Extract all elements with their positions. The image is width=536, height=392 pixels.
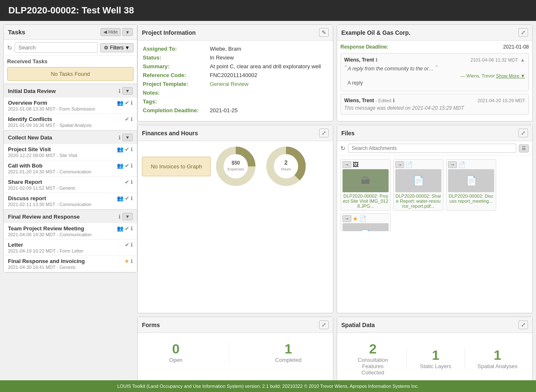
search-input[interactable] bbox=[15, 42, 98, 53]
task-group-expand-final[interactable]: ▼ bbox=[122, 213, 133, 220]
task-group-header-initial[interactable]: Initial Data Review ℹ ▼ bbox=[4, 84, 137, 98]
finances-title: Finances and Hours bbox=[142, 130, 198, 137]
task-name: Discuss report bbox=[8, 195, 133, 201]
project-info-header: Project Information ✎ bbox=[138, 25, 333, 41]
file-card: → 🖼 🏔 DLP2020-00002: Project Site Visit … bbox=[340, 159, 391, 211]
task-item: ✔ ℹ Identify Conflicts 2021-01-09 16:36 … bbox=[4, 114, 137, 130]
received-tasks-section: Received Tasks No Tasks Found bbox=[4, 56, 137, 84]
forms-panel: Forms ⤢ 0 Open 1 Completed bbox=[137, 317, 333, 384]
users-icon: 👥 bbox=[117, 225, 124, 232]
svg-text:Expenses: Expenses bbox=[227, 167, 244, 171]
check-icon: ✔ bbox=[125, 195, 129, 201]
company-meta: Response Deadline: 2021-01-08 bbox=[340, 44, 529, 50]
file-thumbnail: 📄 bbox=[448, 169, 494, 192]
file-card: → ★ 📄 📄 DLP2020-00002: bbox=[340, 213, 391, 231]
info-row-reference: Reference Code: FNC202011140002 bbox=[143, 72, 328, 78]
files-expand-button[interactable]: ⤢ bbox=[518, 129, 528, 137]
task-group-title-initial: Initial Data Review bbox=[8, 88, 56, 94]
forms-completed-label: Completed bbox=[275, 357, 302, 363]
info-row-deadline: Completion Deadline: 2021-01-25 bbox=[143, 107, 328, 113]
info-icon[interactable]: ℹ bbox=[119, 134, 121, 141]
files-refresh-button[interactable]: ↻ bbox=[340, 145, 345, 152]
info-icon[interactable]: ℹ bbox=[119, 88, 121, 94]
forms-content: 0 Open 1 Completed bbox=[138, 333, 333, 371]
task-group-header-collect[interactable]: Collect New Data ℹ ▼ bbox=[4, 131, 137, 144]
company-expand-button[interactable]: ⤢ bbox=[518, 28, 528, 37]
filters-button[interactable]: ⚙ Filters ▼ bbox=[100, 43, 134, 52]
file-card: → 📄 📄 DLP2020-00002: Discuss report_meet… bbox=[446, 159, 496, 211]
finances-content: No Invoices to Graph $50 Expenses bbox=[138, 141, 333, 191]
comment-box-1: Wiens, Trent ℹ 2101-04-06 11:32 MDT ▲ " … bbox=[340, 53, 529, 91]
svg-text:2: 2 bbox=[284, 159, 288, 166]
file-action-button[interactable]: → bbox=[343, 161, 351, 168]
analyses-count: 1 bbox=[477, 348, 517, 363]
project-info-edit-button[interactable]: ✎ bbox=[319, 28, 329, 37]
info-icon[interactable]: ℹ bbox=[119, 214, 121, 220]
tasks-header-actions: ◀ Hide ▼ bbox=[100, 28, 133, 36]
task-item: 👥 ✔ ℹ Call with Bob 2021-01-20 14:30 MST… bbox=[4, 160, 137, 177]
file-action-button[interactable]: → bbox=[343, 215, 351, 222]
refresh-button[interactable]: ↻ bbox=[7, 44, 12, 51]
tasks-dropdown-button[interactable]: ▼ bbox=[122, 28, 133, 36]
file-card: → 📄 📄 DLP2020-00002: Share Report: water… bbox=[393, 159, 443, 211]
finances-expand-button[interactable]: ⤢ bbox=[319, 129, 329, 137]
spatial-title: Spatial Data bbox=[341, 322, 375, 328]
check-icon: ✔ bbox=[125, 162, 129, 169]
forms-expand-button[interactable]: ⤢ bbox=[319, 320, 329, 329]
check-icon: ✔ bbox=[125, 146, 129, 152]
task-group-title-collect: Collect New Data bbox=[8, 134, 52, 141]
task-name: Team Project Review Meeting bbox=[8, 225, 133, 232]
comment-box-deleted: Wiens, Trent - Edited ℹ 2021-04-20 15:29… bbox=[340, 94, 529, 115]
task-meta: 2021-04-19 10:22 MDT - Form Letter bbox=[8, 248, 133, 253]
show-more-link[interactable]: Show More ▼ bbox=[496, 73, 525, 78]
spatial-expand-button[interactable]: ⤢ bbox=[518, 320, 528, 329]
task-name: Overview Form bbox=[8, 100, 133, 106]
task-group-header-final[interactable]: Final Review and Response ℹ ▼ bbox=[4, 210, 137, 223]
task-meta: 2020-12-22 09:00 MST - Site Visit bbox=[8, 153, 133, 158]
task-group-collect-new-data: Collect New Data ℹ ▼ 👥 ✔ ℹ Project Site … bbox=[4, 130, 137, 209]
finances-header: Finances and Hours ⤢ bbox=[138, 125, 333, 141]
comment-reply: A reply bbox=[344, 78, 525, 88]
files-list-view-button[interactable]: ☰ bbox=[519, 144, 529, 152]
hide-button[interactable]: ◀ Hide bbox=[100, 28, 121, 36]
forms-header: Forms ⤢ bbox=[138, 317, 333, 333]
task-meta: 2021-02-09 11:52 MST - Generic bbox=[8, 186, 133, 191]
files-title: Files bbox=[341, 130, 355, 137]
task-meta: 2021-01-08 13:30 MST - Form Submission bbox=[8, 106, 133, 111]
file-action-button[interactable]: → bbox=[395, 161, 404, 168]
forms-open-stat: 0 Open bbox=[169, 341, 183, 363]
info-icon: ℹ bbox=[131, 242, 133, 248]
spatial-divider-2 bbox=[464, 348, 465, 369]
received-tasks-label: Received Tasks bbox=[7, 58, 134, 64]
svg-text:Hours: Hours bbox=[281, 167, 291, 171]
users-icon: 👥 bbox=[117, 195, 124, 201]
info-icon: ℹ bbox=[131, 225, 133, 232]
files-search-bar: ↻ ☰ bbox=[337, 141, 532, 156]
analyses-label: Spatial Analyses bbox=[477, 363, 517, 369]
files-search-input[interactable] bbox=[348, 144, 516, 153]
company-header: Example Oil & Gas Corp. ⤢ bbox=[337, 25, 532, 41]
file-name: DLP2020-00002: Discuss report_meeting... bbox=[448, 193, 494, 204]
search-bar: ↻ ⚙ Filters ▼ bbox=[4, 40, 137, 56]
users-icon: 👥 bbox=[117, 162, 124, 169]
task-item: ✔ ℹ Letter 2021-04-19 10:22 MDT - Form L… bbox=[4, 240, 137, 256]
no-tasks-button: No Tasks Found bbox=[7, 67, 134, 81]
task-name: Identify Conflicts bbox=[8, 116, 133, 122]
info-row-notes: Notes: bbox=[143, 90, 328, 96]
scroll-up-icon[interactable]: ▲ bbox=[520, 57, 525, 63]
svg-text:$50: $50 bbox=[232, 160, 240, 166]
info-row-summary: Summary: At point C, clear area and dril… bbox=[143, 63, 328, 70]
file-action-button[interactable]: → bbox=[448, 161, 457, 168]
star-icon: ★ bbox=[124, 258, 129, 264]
check-icon: ✔ bbox=[125, 242, 129, 248]
company-panel: Example Oil & Gas Corp. ⤢ Response Deadl… bbox=[337, 24, 533, 121]
filter-dropdown-icon: ▼ bbox=[125, 45, 130, 51]
company-title: Example Oil & Gas Corp. bbox=[341, 29, 410, 36]
project-info-panel: Project Information ✎ Assigned To: Wiebe… bbox=[137, 24, 333, 121]
file-doc-icon: 📄 bbox=[359, 215, 366, 222]
task-meta: 2021-01-20 14:30 MST - Communication bbox=[8, 169, 133, 174]
task-item: ★ ℹ Final Response and Invoicing 2021-04… bbox=[4, 256, 137, 272]
task-name: Call with Bob bbox=[8, 162, 133, 169]
task-group-expand-initial[interactable]: ▼ bbox=[122, 87, 133, 95]
task-group-expand-collect[interactable]: ▼ bbox=[122, 134, 133, 141]
